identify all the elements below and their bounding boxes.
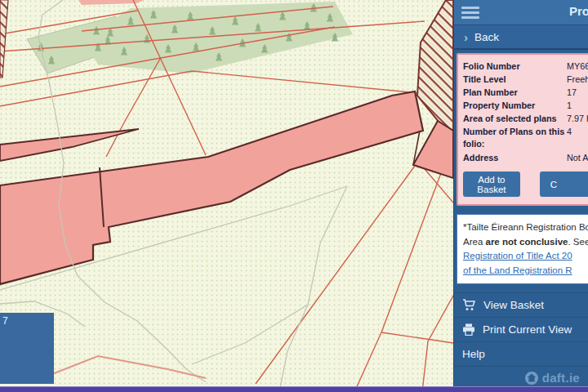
watermark-text: daft.ie [542,371,580,385]
row-value: Not Av [567,151,588,164]
map-label-text: 7 [2,315,8,327]
view-basket-button[interactable]: View Basket [454,292,588,317]
row-label: Area of selected plans [463,112,567,125]
row-label: Property Number [463,99,567,112]
land-registry-app: { "window": {"width": 720, "height": 480… [0,0,588,392]
sidebar-header: Pro [454,0,588,24]
bottom-accent-bar [0,386,588,392]
back-label: Back [474,31,499,43]
row-value: 7.97 h [567,112,588,125]
menu-label: Help [462,348,485,360]
table-row: Address Not Av [463,151,588,164]
title-act-link[interactable]: Registration of Title Act 20 [463,249,586,264]
chevron-right-icon: › [464,31,468,43]
table-row: Area of selected plans 7.97 h [463,112,588,125]
help-button[interactable]: Help [454,341,588,367]
sidebar-panel: Pro › Back Folio Number MY662 Title Leve… [453,0,588,392]
table-row: Title Level Freeho [463,73,588,86]
row-label: Number of Plans on this folio: [463,125,567,151]
table-row: Property Number 1 [463,99,588,112]
land-parcel-map [0,0,453,392]
table-row: Folio Number MY662 [463,60,588,73]
daft-watermark: daft.ie [525,371,580,385]
map-label-box: 7 [0,313,54,384]
sidebar-menu: View Basket Print Current View Help [454,292,588,367]
disclaimer-line2: Area are not conclusive. See [463,235,586,250]
row-value: 1 [567,99,572,112]
disclaimer-box: *Tailte Éireann Registration Bo Area are… [457,214,588,284]
menu-label: View Basket [483,299,544,311]
row-value: 17 [567,86,577,99]
row-value: Freeho [567,73,588,86]
folio-info-table: Folio Number MY662 Title Level Freeho Pl… [457,53,588,206]
row-label: Plan Number [463,86,567,99]
row-value: MY662 [567,60,588,73]
row-label: Folio Number [463,60,567,73]
panel-title: Pro [569,4,588,18]
printer-icon [462,323,475,336]
menu-label: Print Current View [483,323,572,336]
add-to-basket-button[interactable]: Add to Basket [463,172,520,197]
print-current-view-button[interactable]: Print Current View [454,317,588,341]
table-row: Number of Plans on this folio: 4 [463,125,588,151]
table-buttons: Add to Basket C [463,172,588,197]
table-row: Plan Number 17 [463,86,588,99]
cart-icon [462,299,476,311]
land-registration-rules-link[interactable]: of the Land Registration R [463,264,586,278]
back-button[interactable]: › Back [454,24,588,50]
map-canvas[interactable]: 7 [0,0,453,392]
row-label: Title Level [463,73,567,86]
daft-logo-icon [525,372,538,385]
hamburger-icon[interactable] [461,7,479,21]
row-value: 4 [567,125,572,138]
row-label: Address [463,151,567,164]
clipped-button[interactable]: C [540,172,588,197]
disclaimer-line1: *Tailte Éireann Registration Bo [463,220,586,235]
